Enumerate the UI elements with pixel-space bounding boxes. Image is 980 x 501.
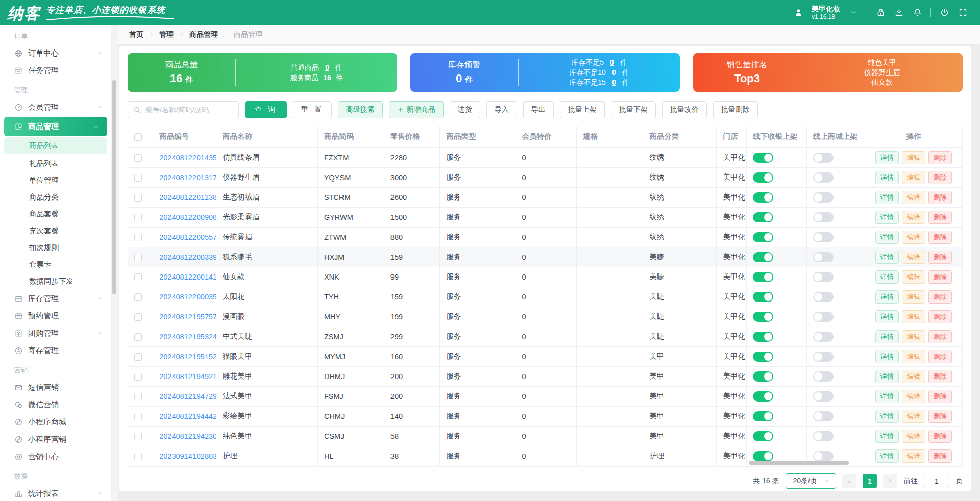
edit-button[interactable]: 编辑 [902, 449, 925, 463]
product-code-link[interactable]: 20240812200908 [159, 213, 216, 221]
offline-shelf-toggle[interactable] [753, 411, 773, 421]
edit-button[interactable]: 编辑 [902, 231, 925, 244]
sidebar-item[interactable]: 预约管理 [0, 307, 111, 324]
detail-button[interactable]: 详情 [875, 171, 899, 184]
edit-button[interactable]: 编辑 [902, 390, 925, 403]
delete-button[interactable]: 删除 [928, 310, 952, 323]
product-code-link[interactable]: 20240812201435 [159, 154, 216, 162]
detail-button[interactable]: 详情 [875, 211, 899, 224]
detail-button[interactable]: 详情 [875, 151, 899, 164]
select-all-checkbox[interactable] [134, 133, 142, 141]
store-info[interactable]: 美甲化妆 v1.16.18 [812, 5, 840, 20]
sidebar-item[interactable]: 营销中心 [0, 448, 111, 465]
offline-shelf-toggle[interactable] [753, 292, 773, 302]
edit-button[interactable]: 编辑 [902, 350, 925, 363]
online-shelf-toggle[interactable] [813, 332, 834, 342]
detail-button[interactable]: 详情 [875, 270, 899, 284]
offline-shelf-toggle[interactable] [753, 391, 773, 402]
sidebar-subitem[interactable]: 商品套餐 [0, 206, 111, 222]
sidebar-item[interactable]: 统计报表 [0, 485, 111, 501]
row-checkbox[interactable] [134, 214, 142, 221]
sidebar-item[interactable]: 短信营销 [0, 379, 111, 396]
breadcrumb-item[interactable]: 管理 [159, 30, 174, 39]
sidebar-item[interactable]: 小程序商城 [0, 413, 111, 431]
page-size-select[interactable]: 20条/页 [786, 473, 836, 489]
offline-shelf-toggle[interactable] [753, 431, 773, 441]
offline-shelf-toggle[interactable] [753, 212, 773, 222]
delete-button[interactable]: 删除 [928, 290, 952, 304]
breadcrumb-item[interactable]: 商品管理 [189, 30, 218, 39]
export-button[interactable]: 导出 [523, 101, 554, 118]
row-checkbox[interactable] [134, 313, 142, 321]
offline-shelf-toggle[interactable] [753, 252, 773, 262]
current-page[interactable]: 1 [863, 474, 877, 488]
sidebar-scrollbar-thumb[interactable] [112, 80, 116, 294]
breadcrumb-item[interactable]: 首页 [129, 30, 143, 39]
sidebar-subitem[interactable]: 礼品列表 [0, 155, 111, 172]
detail-button[interactable]: 详情 [875, 330, 899, 343]
edit-button[interactable]: 编辑 [902, 310, 925, 323]
row-checkbox[interactable] [134, 293, 142, 301]
sidebar-item[interactable]: 商品管理 [4, 117, 107, 136]
delete-button[interactable]: 删除 [928, 390, 952, 403]
product-code-link[interactable]: 20240812195152 [159, 353, 216, 361]
horizontal-scrollbar-thumb[interactable] [749, 461, 849, 465]
online-shelf-toggle[interactable] [813, 232, 834, 242]
delete-button[interactable]: 删除 [928, 270, 952, 284]
delete-button[interactable]: 删除 [928, 251, 952, 264]
product-code-link[interactable]: 20240812201317 [159, 173, 216, 182]
row-checkbox[interactable] [134, 353, 142, 361]
row-checkbox[interactable] [134, 453, 142, 460]
row-checkbox[interactable] [134, 393, 142, 400]
reset-button[interactable]: 重 置 [293, 101, 332, 118]
lock-screen-button[interactable] [875, 8, 886, 18]
edit-button[interactable]: 编辑 [902, 171, 925, 184]
online-shelf-toggle[interactable] [813, 172, 834, 183]
online-shelf-toggle[interactable] [813, 312, 834, 322]
online-shelf-toggle[interactable] [813, 252, 834, 262]
detail-button[interactable]: 详情 [875, 290, 899, 304]
card-detail-count-link[interactable]: 0 [324, 63, 331, 72]
row-checkbox[interactable] [134, 413, 142, 420]
purchase-button[interactable]: 进货 [450, 101, 480, 118]
delete-button[interactable]: 删除 [928, 231, 952, 244]
detail-button[interactable]: 详情 [875, 390, 899, 403]
detail-button[interactable]: 详情 [875, 231, 899, 244]
offline-shelf-toggle[interactable] [753, 272, 773, 282]
offline-shelf-toggle[interactable] [753, 371, 773, 382]
sidebar-item[interactable]: 小程序营销 [0, 431, 111, 448]
edit-button[interactable]: 编辑 [902, 410, 925, 423]
product-code-link[interactable]: 20240812194921 [159, 372, 216, 381]
edit-button[interactable]: 编辑 [902, 211, 925, 224]
sidebar-item[interactable]: 任务管理 [0, 62, 111, 79]
logout-button[interactable] [939, 8, 949, 18]
notifications-button[interactable] [912, 8, 922, 18]
online-shelf-toggle[interactable] [813, 451, 834, 461]
delete-button[interactable]: 删除 [928, 191, 952, 204]
sidebar-subitem[interactable]: 商品分类 [0, 189, 111, 206]
product-code-link[interactable]: 20240812195757 [159, 313, 216, 321]
edit-button[interactable]: 编辑 [902, 191, 925, 204]
import-button[interactable]: 导入 [486, 101, 517, 118]
delete-button[interactable]: 删除 [928, 330, 952, 343]
search-button[interactable]: 查 询 [245, 101, 287, 118]
row-checkbox[interactable] [134, 194, 142, 202]
advanced-search-button[interactable]: 高级搜索 [338, 101, 383, 118]
online-shelf-toggle[interactable] [813, 212, 834, 222]
detail-button[interactable]: 详情 [875, 191, 899, 204]
detail-button[interactable]: 详情 [875, 370, 899, 383]
row-checkbox[interactable] [134, 333, 142, 341]
store-menu-chevron[interactable] [848, 8, 859, 18]
sidebar-item[interactable]: 会员管理 [0, 98, 111, 116]
batch-off-shelf-button[interactable]: 批量下架 [611, 101, 656, 118]
edit-button[interactable]: 编辑 [902, 251, 925, 264]
sidebar-subitem[interactable]: 扣次规则 [0, 239, 111, 256]
fullscreen-button[interactable] [958, 8, 968, 18]
sidebar-subitem[interactable]: 单位管理 [0, 172, 111, 189]
detail-button[interactable]: 详情 [875, 410, 899, 423]
prev-page-button[interactable] [842, 474, 856, 488]
online-shelf-toggle[interactable] [813, 391, 834, 402]
edit-button[interactable]: 编辑 [902, 430, 925, 443]
product-code-link[interactable]: 20240812201238 [159, 193, 216, 202]
delete-button[interactable]: 删除 [928, 171, 952, 184]
